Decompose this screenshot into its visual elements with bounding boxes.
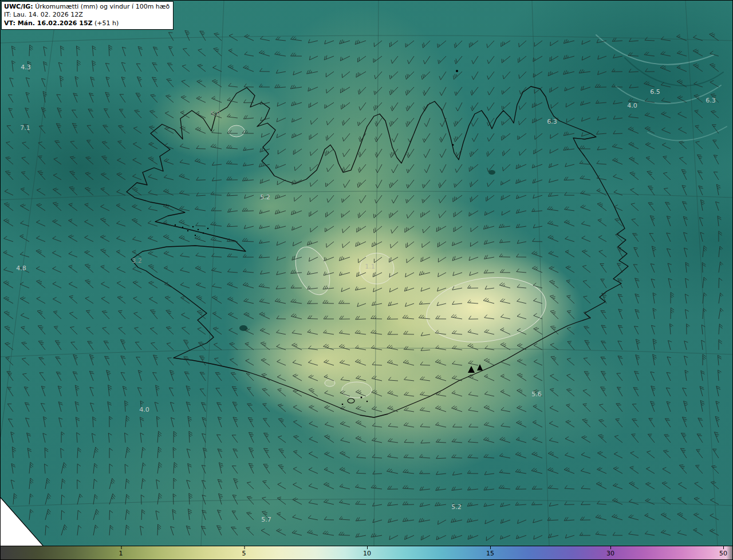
- map-value-label: 4.0: [139, 406, 149, 413]
- map-value-label: 5.2: [260, 194, 270, 201]
- glacier-langjokull: [289, 242, 336, 300]
- map-value-label: 5.7: [261, 516, 271, 523]
- wind-barbs-layer: [3, 30, 723, 541]
- map-value-label: 5.0: [210, 110, 220, 117]
- island-heimaey: [348, 399, 354, 403]
- islet-dot: [192, 226, 194, 227]
- islet-dot: [203, 232, 204, 234]
- islet-dot: [175, 224, 176, 226]
- islet-dot: [187, 230, 188, 231]
- valid-time: VT: Mán. 16.02.2026 15Z: [4, 19, 93, 27]
- map-value-label: 6.3: [706, 97, 716, 104]
- island-dot: [361, 397, 362, 399]
- colorbar-tick-label: 1: [119, 546, 123, 560]
- lake-myvatn: [488, 170, 495, 175]
- island-dot: [366, 401, 368, 402]
- colorbar-tick-label: 15: [486, 546, 494, 560]
- header-title-line: UWC/IG: Úrkomumætti (mm) og vindur í 100…: [4, 3, 170, 11]
- colorbar-tick-label: 5: [242, 546, 246, 560]
- colorbar-tick-label: 10: [363, 546, 371, 560]
- map-value-label: 5.2: [451, 503, 462, 511]
- islet-dot: [195, 235, 196, 236]
- island-grimsey: [456, 70, 458, 72]
- colorbar: 1510153050: [1, 546, 733, 560]
- wind-barbs: [3, 30, 723, 541]
- map-corner-wedge: [1, 498, 43, 546]
- glacier-myrdalsjokull: [342, 382, 372, 398]
- map-value-label: 5.6: [531, 391, 542, 398]
- lead-time: (+51 h): [93, 19, 119, 27]
- map-overlay: 4.37.15.06.34.06.56.35.23.24.81.14.05.65…: [1, 1, 733, 546]
- map-value-label: 3.2: [132, 257, 142, 265]
- valid-time-line: VT: Mán. 16.02.2026 15Z (+51 h): [4, 19, 170, 27]
- colorbar-tick-label: 30: [606, 546, 614, 560]
- model-name: UWC/IG:: [4, 3, 33, 10]
- islet-dot: [182, 227, 183, 228]
- colorbar-tick-label: 50: [719, 546, 727, 560]
- field-swirls: [596, 35, 727, 140]
- value-labels-layer: 4.37.15.06.34.06.56.35.23.24.81.14.05.65…: [16, 64, 716, 523]
- islands: [175, 70, 458, 405]
- init-time-line: IT: Lau. 14. 02. 2026 12Z: [4, 11, 170, 19]
- map-value-label: 4.3: [21, 64, 31, 71]
- header-box: UWC/IG: Úrkomumætti (mm) og vindur í 100…: [1, 1, 174, 30]
- parameter-title: Úrkomumætti (mm) og vindur í 100m hæð: [33, 3, 170, 10]
- map-value-label: 4.0: [627, 102, 637, 109]
- islet-dot: [198, 229, 199, 230]
- island-dot: [342, 404, 344, 405]
- glacier-vatnajokull: [422, 270, 550, 349]
- map-value-label: 1.1: [365, 263, 375, 270]
- map-value-label: 4.8: [16, 265, 26, 272]
- weather-map-page: 4.37.15.06.34.06.56.35.23.24.81.14.05.65…: [0, 0, 733, 560]
- map-value-label: 7.1: [20, 124, 30, 132]
- map-value-label: 6.3: [547, 118, 557, 125]
- map-value-label: 6.5: [650, 88, 660, 96]
- lake-thingvallavatn: [239, 325, 247, 331]
- island-hrisey: [452, 144, 454, 146]
- islet-dot: [207, 228, 208, 229]
